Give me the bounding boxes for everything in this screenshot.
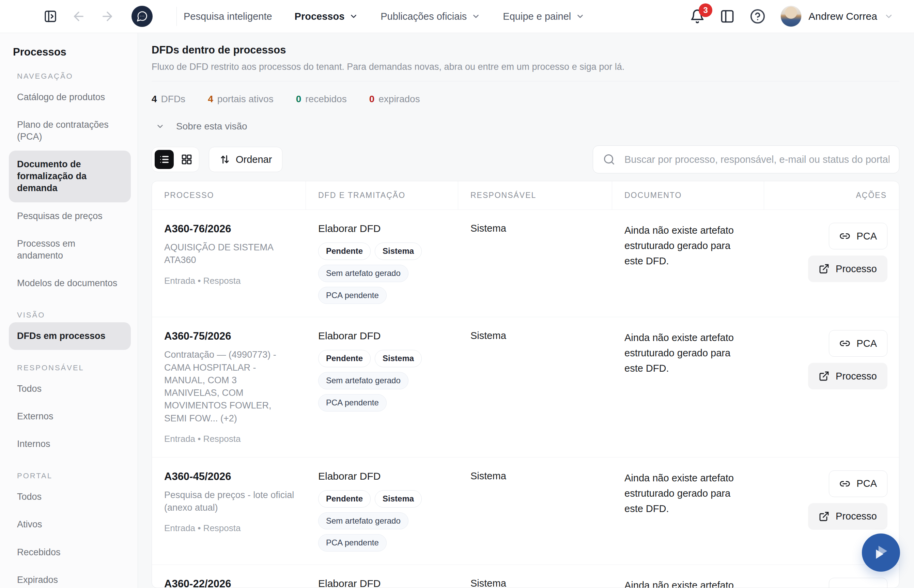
sidebar-item-expirados[interactable]: Expirados bbox=[9, 566, 131, 588]
dfd-stage: Elaborar DFD bbox=[318, 470, 447, 482]
column-header-responsavel: RESPONSÁVEL bbox=[458, 181, 612, 210]
column-header-documento: DOCUMENTO bbox=[612, 181, 764, 210]
sidebar-section-visao: VISÃO bbox=[17, 311, 131, 320]
sidebar-item-portal-todos[interactable]: Todos bbox=[9, 483, 131, 510]
about-view-toggle[interactable]: Sobre esta visão bbox=[138, 105, 262, 132]
nav-item-processos[interactable]: Processos bbox=[295, 11, 358, 22]
document-text: Ainda não existe artefato estruturado ge… bbox=[625, 578, 751, 588]
sidebar-item-responsavel-todos[interactable]: Todos bbox=[9, 375, 131, 403]
external-link-icon bbox=[819, 371, 830, 381]
processo-button[interactable]: Processo bbox=[808, 363, 887, 389]
pca-button-label: PCA bbox=[856, 338, 877, 349]
column-header-processo: PROCESSO bbox=[152, 181, 306, 210]
sidebar-item-modelos-de-documentos[interactable]: Modelos de documentos bbox=[9, 270, 131, 297]
sidebar-nav-list: Catálogo de produtos Plano de contrataçõ… bbox=[9, 84, 131, 297]
back-arrow-icon[interactable] bbox=[71, 9, 86, 24]
pca-button[interactable]: PCA bbox=[829, 470, 887, 497]
help-icon[interactable] bbox=[750, 8, 765, 24]
external-link-icon bbox=[819, 263, 830, 274]
sidebar-item-pesquisas-de-precos[interactable]: Pesquisas de preços bbox=[9, 202, 131, 230]
sidebar-section-portal: PORTAL bbox=[17, 472, 131, 480]
responsible-name: Sistema bbox=[470, 330, 601, 341]
process-meta: Entrada • Resposta bbox=[164, 523, 294, 533]
stats-row: 4 DFDs 4 portais ativos 0 recebidos 0 ex… bbox=[138, 81, 914, 105]
sidebar-item-externos[interactable]: Externos bbox=[9, 403, 131, 430]
assistant-chat-button[interactable] bbox=[131, 6, 153, 27]
status-badge: PCA pendente bbox=[318, 534, 387, 552]
pca-button-label: PCA bbox=[856, 478, 877, 489]
user-menu[interactable]: Andrew Correa bbox=[780, 6, 893, 27]
processo-button[interactable]: Processo bbox=[808, 255, 887, 282]
sidebar-item-recebidos[interactable]: Recebidos bbox=[9, 539, 131, 566]
sidebar-item-ativos[interactable]: Ativos bbox=[9, 510, 131, 538]
document-cell: Ainda não existe artefato estruturado ge… bbox=[612, 210, 764, 317]
stat-value: 0 bbox=[296, 94, 302, 105]
table-header-row: PROCESSO DFD E TRAMITAÇÃO RESPONSÁVEL DO… bbox=[152, 181, 899, 210]
process-cell: A360-76/2026 AQUISIÇÃO DE SISTEMA ATA360… bbox=[152, 210, 306, 317]
responsible-cell: Sistema bbox=[458, 565, 612, 588]
sidebar-item-dfds-em-processos[interactable]: DFDs em processos bbox=[9, 322, 131, 350]
top-navbar: Pesquisa inteligente Processos Publicaçõ… bbox=[0, 0, 914, 33]
sidebar-item-internos[interactable]: Internos bbox=[9, 430, 131, 458]
process-cell: A360-22/2026 Benchmark cotacao medicamen… bbox=[152, 565, 306, 588]
toolbar: Ordenar bbox=[138, 132, 914, 173]
forward-arrow-icon[interactable] bbox=[100, 9, 115, 24]
stat-label: recebidos bbox=[305, 94, 346, 105]
status-badge: Sem artefato gerado bbox=[318, 265, 409, 282]
responsible-cell: Sistema bbox=[458, 457, 612, 564]
process-title: Contratação — (4990773) - CAMA HOSPITALA… bbox=[164, 349, 294, 425]
grid-view-button[interactable] bbox=[177, 150, 196, 169]
responsible-name: Sistema bbox=[470, 223, 601, 234]
status-badge: Pendente bbox=[318, 490, 371, 507]
floating-action-button[interactable] bbox=[862, 533, 900, 572]
document-text: Ainda não existe artefato estruturado ge… bbox=[625, 330, 751, 376]
document-cell: Ainda não existe artefato estruturado ge… bbox=[612, 565, 764, 588]
stat-label: expirados bbox=[378, 94, 420, 105]
stat-value: 4 bbox=[152, 94, 157, 105]
stat-recebidos: 0 recebidos bbox=[296, 94, 347, 105]
process-id: A360-45/2026 bbox=[164, 470, 294, 483]
badge-list: Pendente Sistema Sem artefato gerado PCA… bbox=[318, 242, 444, 304]
sidebar-section-navegacao: NAVEGAÇÃO bbox=[17, 72, 131, 81]
badge-list: Pendente Sistema Sem artefato gerado PCA… bbox=[318, 350, 444, 411]
sidebar-item-catalogo-de-produtos[interactable]: Catálogo de produtos bbox=[9, 84, 131, 111]
page-subtitle: Fluxo de DFD restrito aos processos do t… bbox=[152, 61, 899, 72]
nav-label: Pesquisa inteligente bbox=[184, 11, 272, 22]
sidebar-item-plano-de-contratacoes[interactable]: Plano de contratações (PCA) bbox=[9, 111, 131, 150]
chevron-down-icon bbox=[884, 11, 893, 21]
search-input[interactable] bbox=[593, 145, 899, 173]
table-row: A360-45/2026 Pesquisa de preços - lote o… bbox=[152, 457, 899, 564]
document-text: Ainda não existe artefato estruturado ge… bbox=[625, 223, 751, 269]
dfd-cell: Elaborar DFD Pendente Sistema Sem artefa… bbox=[306, 317, 458, 457]
table-row: A360-22/2026 Benchmark cotacao medicamen… bbox=[152, 564, 899, 588]
stat-value: 0 bbox=[369, 94, 375, 105]
nav-item-publicacoes-oficiais[interactable]: Publicações oficiais bbox=[381, 11, 480, 22]
page-title: DFDs dentro de processos bbox=[152, 44, 899, 56]
sidebar-item-documento-de-formalizacao[interactable]: Documento de formalização da demanda bbox=[9, 150, 131, 202]
processo-button[interactable]: Processo bbox=[808, 503, 887, 530]
status-badge: Sistema bbox=[375, 490, 422, 507]
nav-item-equipe-e-painel[interactable]: Equipe e painel bbox=[503, 11, 585, 22]
sidebar-view-list: DFDs em processos bbox=[9, 322, 131, 350]
table-row: A360-76/2026 AQUISIÇÃO DE SISTEMA ATA360… bbox=[152, 210, 899, 317]
sort-button[interactable]: Ordenar bbox=[209, 147, 283, 172]
double-play-icon bbox=[871, 543, 891, 562]
link-icon bbox=[840, 338, 850, 349]
pca-button[interactable]: PCA bbox=[829, 330, 887, 357]
sort-label: Ordenar bbox=[236, 154, 272, 165]
list-view-button[interactable] bbox=[155, 150, 174, 169]
nav-label: Equipe e painel bbox=[503, 11, 571, 22]
notifications-button[interactable]: 3 bbox=[690, 9, 705, 24]
processo-button-label: Processo bbox=[836, 510, 877, 522]
sidebar-toggle-icon[interactable] bbox=[44, 10, 57, 23]
dfd-cell: Elaborar DFD Pendente Sistema Sem artefa… bbox=[306, 565, 458, 588]
sidebar-item-processos-em-andamento[interactable]: Processos em andamento bbox=[9, 230, 131, 270]
dfd-stage: Elaborar DFD bbox=[318, 330, 447, 342]
chevron-down-icon bbox=[472, 12, 480, 21]
nav-item-pesquisa-inteligente[interactable]: Pesquisa inteligente bbox=[184, 11, 272, 22]
side-panel-icon[interactable] bbox=[720, 9, 735, 24]
pca-button[interactable]: PCA bbox=[829, 578, 887, 588]
nav-label: Processos bbox=[295, 11, 345, 22]
responsible-cell: Sistema bbox=[458, 210, 612, 317]
pca-button[interactable]: PCA bbox=[829, 223, 887, 249]
